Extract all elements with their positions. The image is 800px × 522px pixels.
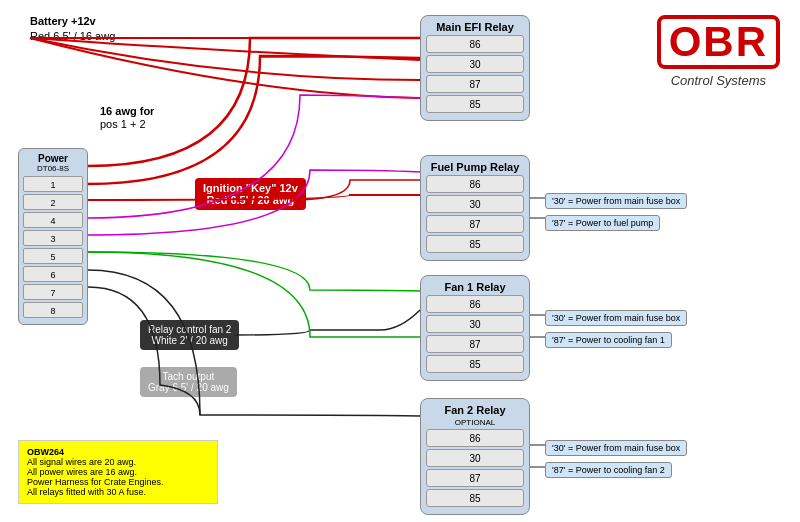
fan2-pin-30: 30: [426, 449, 524, 467]
main-efi-pin-87: 87: [426, 75, 524, 93]
pin-8: 8: [23, 302, 83, 318]
obr-subtitle: Control Systems: [657, 73, 780, 88]
fan2-relay: Fan 2 Relay OPTIONAL 86 30 87 85: [420, 398, 530, 515]
pin-1: 1: [23, 176, 83, 192]
ignition-label: Ignition "Key" 12v Red 6.5' / 20 awg: [195, 178, 306, 210]
diagram-container: OBR Control Systems Battery +12v Red 6.5…: [0, 0, 800, 522]
main-efi-relay: Main EFI Relay 86 30 87 85: [420, 15, 530, 121]
fan1-title: Fan 1 Relay: [426, 281, 524, 293]
fan2-title: Fan 2 Relay: [426, 404, 524, 416]
obr-logo: OBR Control Systems: [657, 15, 780, 88]
main-efi-pin-86: 86: [426, 35, 524, 53]
pin-2: 2: [23, 194, 83, 210]
info-line2: All power wires are 16 awg.: [27, 467, 209, 477]
main-efi-pin-85: 85: [426, 95, 524, 113]
tach-line2: Gray 6.5' / 20 awg: [148, 382, 229, 393]
battery-wire-desc: Red 6.5' / 16 awg: [30, 30, 115, 42]
power-connector-title: Power: [23, 153, 83, 164]
fan2-callout-30: '30' = Power from main fuse box: [545, 440, 687, 456]
obr-logo-text: OBR: [657, 15, 780, 69]
relay-control-line2: White 2' / 20 awg: [148, 335, 231, 346]
fuel-pump-pin-87: 87: [426, 215, 524, 233]
battery-label: Battery +12v: [30, 15, 96, 27]
info-line1: All signal wires are 20 awg.: [27, 457, 209, 467]
pin-6: 6: [23, 266, 83, 282]
pin-7: 7: [23, 284, 83, 300]
fan2-pin-86: 86: [426, 429, 524, 447]
pin-3: 3: [23, 230, 83, 246]
fan2-callout-87: '87' = Power to cooling fan 2: [545, 462, 672, 478]
ignition-line1: Ignition "Key" 12v: [203, 182, 298, 194]
awg-note-line2: pos 1 + 2: [100, 118, 146, 130]
pin-5: 5: [23, 248, 83, 264]
fan1-callout-30: '30' = Power from main fuse box: [545, 310, 687, 326]
fuel-pump-callout-87: '87' = Power to fuel pump: [545, 215, 660, 231]
main-efi-title: Main EFI Relay: [426, 21, 524, 33]
fan1-relay: Fan 1 Relay 86 30 87 85: [420, 275, 530, 381]
fuel-pump-pin-86: 86: [426, 175, 524, 193]
fuel-pump-callout-30: '30' = Power from main fuse box: [545, 193, 687, 209]
fan1-pin-30: 30: [426, 315, 524, 333]
fan1-callout-87: '87' = Power to cooling fan 1: [545, 332, 672, 348]
fuel-pump-relay: Fuel Pump Relay 86 30 87 85: [420, 155, 530, 261]
awg-note-line1: 16 awg for: [100, 105, 154, 117]
relay-control-line1: Relay control fan 2: [148, 324, 231, 335]
main-efi-pin-30: 30: [426, 55, 524, 73]
relay-control-label: Relay control fan 2 White 2' / 20 awg: [140, 320, 239, 350]
fuel-pump-title: Fuel Pump Relay: [426, 161, 524, 173]
info-line4: All relays fitted with 30 A fuse.: [27, 487, 209, 497]
pin-4: 4: [23, 212, 83, 228]
info-box: OBW264 All signal wires are 20 awg. All …: [18, 440, 218, 504]
power-connector: Power DT06-8S 1 2 4 3 5 6 7 8: [18, 148, 88, 325]
fan1-pin-87: 87: [426, 335, 524, 353]
info-box-id: OBW264: [27, 447, 209, 457]
power-connector-subtitle: DT06-8S: [23, 164, 83, 173]
tach-line1: Tach output: [148, 371, 229, 382]
fan2-optional: OPTIONAL: [426, 418, 524, 427]
ignition-line2: Red 6.5' / 20 awg: [203, 194, 298, 206]
fan2-pin-85: 85: [426, 489, 524, 507]
fuel-pump-pin-30: 30: [426, 195, 524, 213]
fan1-pin-85: 85: [426, 355, 524, 373]
fuel-pump-pin-85: 85: [426, 235, 524, 253]
tach-label: Tach output Gray 6.5' / 20 awg: [140, 367, 237, 397]
info-line3: Power Harness for Crate Engines.: [27, 477, 209, 487]
fan2-pin-87: 87: [426, 469, 524, 487]
fan1-pin-86: 86: [426, 295, 524, 313]
